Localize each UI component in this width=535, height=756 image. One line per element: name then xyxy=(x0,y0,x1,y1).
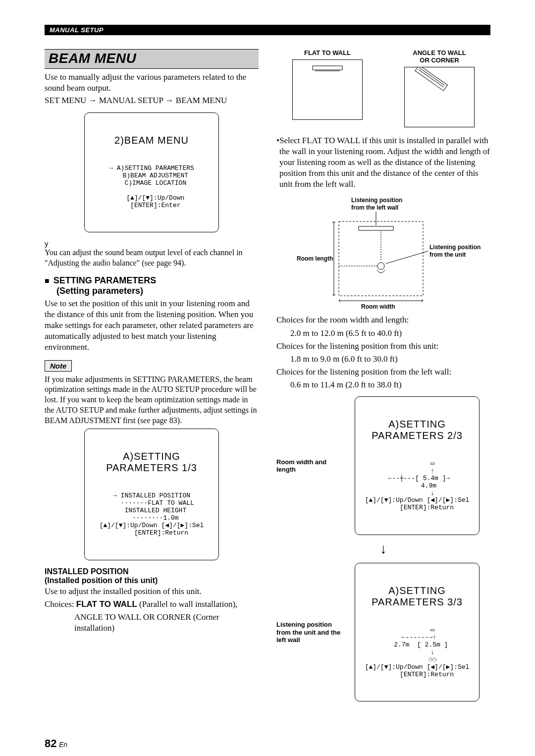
svg-line-4 xyxy=(419,69,444,87)
lcd-beam-menu: 2)BEAM MENU → A)SETTING PARAMETERS B)BEA… xyxy=(84,112,219,232)
lcd-sp3-title: A)SETTING PARAMETERS 3/3 xyxy=(360,585,474,608)
room-diagram: Listening position from the left wall Li… xyxy=(309,197,458,311)
lcd-sp2-label: Room width and length xyxy=(276,458,346,474)
tip-icon: y xyxy=(45,239,259,248)
tip-text: You can adjust the sound beam output lev… xyxy=(45,248,259,269)
diagram-angle-box xyxy=(404,67,475,127)
page-number: 82 En xyxy=(45,737,490,750)
diagram-angle-label: ANGLE TO WALL OR CORNER xyxy=(404,49,475,64)
lcd-body: → A)SETTING PARAMETERS B)BEAM ADJUSTMENT… xyxy=(90,165,214,210)
intro-text: Use to manually adjust the various param… xyxy=(45,72,259,94)
lcd-title: 2)BEAM MENU xyxy=(90,135,214,146)
page-title: BEAM MENU xyxy=(49,51,255,66)
svg-point-7 xyxy=(377,263,384,270)
choice-row3-val: 0.6 m to 11.4 m (2.0 ft to 38.0 ft) xyxy=(276,379,490,390)
svg-line-11 xyxy=(386,251,428,264)
square-bullet-icon: ■ xyxy=(45,276,50,285)
lcd-sp1-title: A)SETTING PARAMETERS 1/3 xyxy=(90,451,214,474)
section-setting-head2: (Setting parameters) xyxy=(56,286,143,296)
down-arrow-icon: ↓ xyxy=(276,541,490,557)
choice-row2: Choices for the listening position from … xyxy=(276,341,490,352)
left-column: BEAM MENU Use to manually adjust the var… xyxy=(45,49,259,707)
lcd-sp2-title: A)SETTING PARAMETERS 2/3 xyxy=(360,419,474,441)
svg-rect-6 xyxy=(359,226,393,230)
choice-flat-rest: (Parallel to wall installation), xyxy=(137,599,238,609)
page-title-box: BEAM MENU xyxy=(45,49,259,69)
diagram-flat: FLAT TO WALL xyxy=(292,49,363,120)
lcd-sp1-body: → INSTALLED POSITION ·······FLAT TO WALL… xyxy=(90,492,214,537)
note-label: Note xyxy=(45,360,72,372)
choice-angle: ANGLE TO WALL OR CORNER (Corner installa… xyxy=(45,612,259,634)
installed-position-choices: Choices: FLAT TO WALL (Parallel to wall … xyxy=(45,599,259,610)
diagram-angle: ANGLE TO WALL OR CORNER xyxy=(404,49,475,127)
lcd-sp2: A)SETTING PARAMETERS 2/3 ▭ ↑ ←--┼---[ 5.… xyxy=(355,396,480,535)
lcd-sp3-body: ▭ ←------→↑ 2.7m [ 2.5m ] ↓ ⚆⚆ [▲]/[▼]:U… xyxy=(360,627,474,679)
breadcrumb: SET MENU → MANUAL SETUP → BEAM MENU xyxy=(45,96,259,106)
installed-position-h2: (Installed position of this unit) xyxy=(45,576,158,585)
page-lang: En xyxy=(59,741,67,749)
label-lp-left: Listening position from the left wall xyxy=(351,197,402,211)
choice-row2-val: 1.8 m to 9.0 m (6.0 ft to 30.0 ft) xyxy=(276,354,490,365)
choice-flat: FLAT TO WALL xyxy=(76,599,137,609)
crumb-1: SET MENU xyxy=(45,96,86,105)
choice-row1: Choices for the room width and length: xyxy=(276,315,490,325)
lcd-sp3-label: Listening position from the unit and the… xyxy=(276,621,346,644)
choice-row3: Choices for the listening position from … xyxy=(276,367,490,378)
label-room-length: Room length xyxy=(297,255,333,262)
page-number-value: 82 xyxy=(45,737,56,750)
choices-block: Choices for the room width and length: 2… xyxy=(276,315,490,390)
flat-to-wall-bullet: • Select FLAT TO WALL if this unit is in… xyxy=(276,135,490,190)
header-bar: MANUAL SETUP xyxy=(45,25,490,35)
choices-label: Choices: xyxy=(45,599,76,609)
label-lp-unit: Listening position from the unit xyxy=(429,244,481,258)
diagram-flat-label: FLAT TO WALL xyxy=(292,49,363,56)
diagram-flat-box xyxy=(292,59,363,120)
lcd-sp3-row: Listening position from the unit and the… xyxy=(276,563,490,702)
installed-position-head: INSTALLED POSITION (Installed position o… xyxy=(45,567,259,585)
install-diagrams: FLAT TO WALL ANGLE TO WALL OR CORNER xyxy=(276,49,490,127)
lcd-sp3: A)SETTING PARAMETERS 3/3 ▭ ←------→↑ 2.7… xyxy=(355,563,480,702)
crumb-3: BEAM MENU xyxy=(176,96,227,105)
lcd-sp2-body: ▭ ↑ ←--┼---[ 5.4m ]→ 4.9m ↓ [▲]/[▼]:Up/D… xyxy=(360,460,474,512)
lcd-sp1: A)SETTING PARAMETERS 1/3 → INSTALLED POS… xyxy=(84,429,219,560)
section-setting-head: ■SETTING PARAMETERS (Setting parameters) xyxy=(45,275,259,296)
svg-rect-0 xyxy=(313,66,342,70)
crumb-2: MANUAL SETUP xyxy=(99,96,163,105)
flat-to-wall-text: Select FLAT TO WALL if this unit is inst… xyxy=(279,135,490,190)
section-setting-head1: SETTING PARAMETERS xyxy=(54,275,157,285)
section-setting-body: Use to set the position of this unit in … xyxy=(45,298,259,353)
installed-position-h1: INSTALLED POSITION xyxy=(45,567,128,576)
note-body: If you make adjustments in SETTING PARAM… xyxy=(45,375,259,426)
installed-position-body: Use to adjust the installed position of … xyxy=(45,586,259,597)
lcd-sp2-row: Room width and length A)SETTING PARAMETE… xyxy=(276,396,490,535)
choice-row1-val: 2.0 m to 12.0 m (6.5 ft to 40.0 ft) xyxy=(276,328,490,339)
right-column: FLAT TO WALL ANGLE TO WALL OR CORNER xyxy=(276,49,490,707)
label-room-width: Room width xyxy=(361,303,395,310)
